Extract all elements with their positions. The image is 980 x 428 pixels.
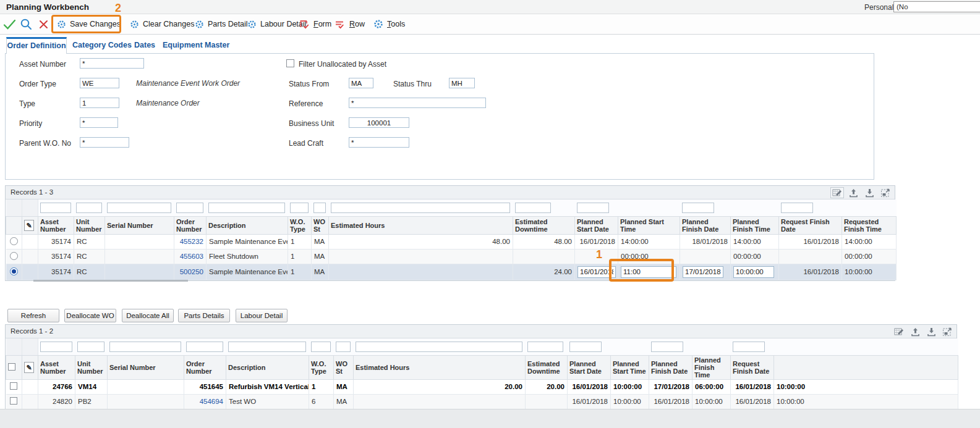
col-planned-start-date[interactable]: Planned Start Date <box>575 216 618 234</box>
status-thru-input[interactable] <box>449 78 475 88</box>
customize-grid-icon[interactable] <box>830 187 844 198</box>
col-asset-number[interactable]: Asset Number <box>38 355 75 379</box>
planned-start-time-input[interactable] <box>621 266 676 278</box>
col-serial-number[interactable]: Serial Number <box>105 216 174 234</box>
col-request-finish-date[interactable]: Request Finish Date <box>731 355 774 379</box>
col-estimated-downtime[interactable]: Estimated Downtime <box>526 355 568 379</box>
qbe-asset-number[interactable] <box>40 203 71 213</box>
col-wo-st[interactable]: WO St <box>334 355 354 379</box>
col-planned-finish-time[interactable]: Planned Finish Time <box>731 216 779 234</box>
ok-button[interactable] <box>3 14 16 34</box>
tools-menu[interactable]: Tools <box>373 14 405 34</box>
col-planned-finish-date[interactable]: Planned Finish Date <box>680 216 731 234</box>
lead-craft-input[interactable] <box>349 137 409 148</box>
col-wo-type[interactable]: W.O. Type <box>309 355 334 379</box>
horizontal-scrollbar[interactable] <box>33 280 188 282</box>
tab-category-codes[interactable]: Category Codes <box>72 38 132 53</box>
col-planned-finish-time[interactable]: Planned Finish Time <box>692 355 731 379</box>
export-grid-icon[interactable] <box>846 187 860 198</box>
col-planned-start-time[interactable]: Planned Start Time <box>611 355 649 379</box>
close-button[interactable] <box>38 14 49 34</box>
qbe-estimated-hours[interactable] <box>331 203 510 213</box>
row-select-radio-checked[interactable] <box>10 267 18 275</box>
filter-unallocated-checkbox[interactable] <box>286 59 294 67</box>
table-row[interactable]: 24820 PB2 454694 Test WO 6 MA 16/01/2018… <box>6 394 958 409</box>
personal-form-select[interactable]: (No <box>893 1 980 12</box>
table-row[interactable]: 35174 RC 455603 Fleet Shutdown 1 MA 00:0… <box>6 249 897 264</box>
col-order-number[interactable]: Order Number <box>174 216 207 234</box>
col-asset-number[interactable]: Asset Number <box>38 216 74 234</box>
qbe-wo-st[interactable] <box>336 342 351 352</box>
row-select-radio[interactable] <box>10 252 18 260</box>
row-menu[interactable]: Row <box>334 14 365 34</box>
order-number-link[interactable]: 455232 <box>180 238 203 245</box>
col-serial-number[interactable]: Serial Number <box>108 355 184 379</box>
tab-order-definition[interactable]: Order Definition <box>6 37 67 54</box>
qbe-request-finish-date[interactable] <box>781 203 813 213</box>
qbe-unit-number[interactable] <box>77 342 104 352</box>
col-estimated-hours[interactable]: Estimated Hours <box>329 216 513 234</box>
col-planned-finish-date[interactable]: Planned Finish Date <box>649 355 692 379</box>
import-grid-icon[interactable] <box>863 187 876 198</box>
save-changes-button[interactable]: Save Changes <box>57 14 121 34</box>
order-number-link[interactable]: 500250 <box>180 268 203 275</box>
qbe-asset-number[interactable] <box>40 342 72 352</box>
col-description[interactable]: Description <box>207 216 288 234</box>
qbe-description[interactable] <box>208 203 285 213</box>
table-row-selected[interactable]: 35174 RC 500250 Sample Maintenance Event… <box>6 264 897 280</box>
form-menu[interactable]: Form <box>299 14 331 34</box>
qbe-planned-finish-date[interactable] <box>651 342 683 352</box>
labour-detail-button[interactable]: Labour Detail <box>247 14 306 34</box>
expand-grid-icon[interactable] <box>940 326 954 337</box>
col-requested-finish-time[interactable]: Requested Finish Time <box>842 216 897 234</box>
business-unit-input[interactable] <box>349 117 409 128</box>
col-estimated-hours[interactable]: Estimated Hours <box>354 355 526 379</box>
qbe-order-number[interactable] <box>186 342 223 352</box>
qbe-order-number[interactable] <box>176 203 203 213</box>
col-wo-st[interactable]: WO St <box>312 216 329 234</box>
table-row[interactable]: 35174 RC 455232 Sample Maintenance Event… <box>6 234 897 249</box>
col-estimated-downtime[interactable]: Estimated Downtime <box>513 216 575 234</box>
planned-finish-time-input[interactable] <box>733 266 774 278</box>
import-grid-icon[interactable] <box>924 326 938 337</box>
qbe-unit-number[interactable] <box>76 203 102 213</box>
col-planned-start-time[interactable]: Planned Start Time <box>618 216 680 234</box>
customize-grid-icon[interactable] <box>892 326 906 337</box>
parts-details-button[interactable]: Parts Details <box>178 309 230 322</box>
qbe-wo-type[interactable] <box>311 342 331 352</box>
clear-changes-button[interactable]: Clear Changes <box>130 14 194 34</box>
qbe-description[interactable] <box>228 342 306 352</box>
tab-dates[interactable]: Dates <box>134 38 155 53</box>
deallocate-all-button[interactable]: Deallocate All <box>122 309 174 322</box>
row-select-checkbox[interactable] <box>10 397 17 405</box>
tab-equipment-master[interactable]: Equipment Master <box>163 38 229 53</box>
planned-finish-date-input[interactable] <box>683 266 723 278</box>
qbe-planned-start-date[interactable] <box>577 203 609 213</box>
row-select-checkbox[interactable] <box>10 382 17 390</box>
col-unit-number[interactable]: Unit Number <box>74 216 105 234</box>
asset-number-input[interactable] <box>80 58 144 69</box>
labour-detail-button-lower[interactable]: Labour Detail <box>236 309 288 322</box>
reference-input[interactable] <box>349 98 486 108</box>
priority-input[interactable] <box>80 117 118 128</box>
qbe-wo-type[interactable] <box>290 203 309 213</box>
order-number-link[interactable]: 455603 <box>180 253 203 260</box>
select-all-checkbox[interactable] <box>8 363 15 371</box>
planned-start-date-input[interactable] <box>577 266 616 278</box>
deallocate-wo-button[interactable]: Deallocate WO <box>64 309 116 322</box>
col-order-number[interactable]: Order Number <box>184 355 226 379</box>
refresh-button[interactable]: Refresh <box>7 309 59 322</box>
col-unit-number[interactable]: Unit Number <box>75 355 108 379</box>
order-type-input[interactable] <box>80 78 119 88</box>
expand-grid-icon[interactable] <box>879 187 892 198</box>
parts-detail-button[interactable]: Parts Detail <box>195 14 248 34</box>
qbe-estimated-downtime[interactable] <box>515 203 551 213</box>
export-grid-icon[interactable] <box>908 326 922 337</box>
qbe-wo-st[interactable] <box>313 203 326 213</box>
col-wo-type[interactable]: W.O. Type <box>288 216 312 234</box>
qbe-serial-number[interactable] <box>107 203 171 213</box>
col-description[interactable]: Description <box>226 355 309 379</box>
qbe-planned-start-date[interactable] <box>569 342 602 352</box>
order-number-link[interactable]: 454694 <box>200 398 223 405</box>
row-select-radio[interactable] <box>10 237 18 245</box>
